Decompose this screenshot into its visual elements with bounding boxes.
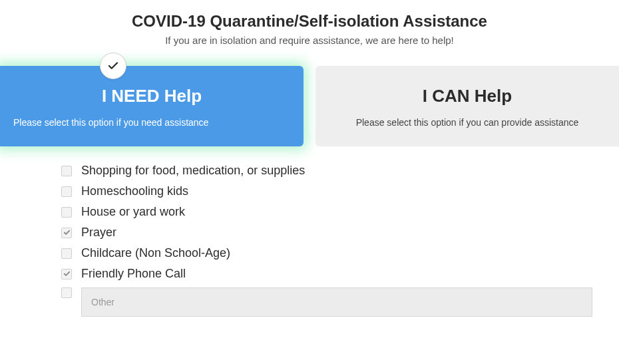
checkbox-label: Homeschooling kids: [81, 184, 188, 198]
list-item: Friendly Phone Call: [61, 267, 592, 281]
selected-badge: [100, 53, 126, 79]
list-item: Childcare (Non School-Age): [61, 246, 592, 260]
list-item: Prayer: [61, 226, 592, 240]
page-header: COVID-19 Quarantine/Self-isolation Assis…: [0, 0, 619, 54]
other-input[interactable]: [81, 287, 592, 317]
tab-need-desc: Please select this option if you need as…: [13, 117, 290, 128]
tab-can-desc: Please select this option if you can pro…: [329, 117, 606, 128]
checkbox-other[interactable]: [61, 287, 72, 298]
checkbox-prayer[interactable]: [61, 228, 72, 238]
list-item: Homeschooling kids: [61, 184, 592, 198]
list-item-other: [61, 287, 592, 317]
checkbox-homeschooling[interactable]: [61, 186, 72, 197]
check-icon: [107, 60, 119, 72]
checkbox-label: Friendly Phone Call: [81, 267, 186, 281]
list-item: House or yard work: [61, 205, 592, 219]
tab-need-help[interactable]: I NEED Help Please select this option if…: [0, 66, 304, 146]
checkbox-childcare[interactable]: [61, 248, 72, 259]
page-subtitle: If you are in isolation and require assi…: [0, 35, 619, 46]
checkbox-label: Childcare (Non School-Age): [81, 246, 230, 260]
tab-need-title: I NEED Help: [13, 86, 290, 106]
tab-can-title: I CAN Help: [329, 86, 606, 106]
checkbox-phonecall[interactable]: [61, 269, 72, 279]
tab-can-help[interactable]: I CAN Help Please select this option if …: [315, 66, 619, 146]
option-tabs: I NEED Help Please select this option if…: [0, 66, 619, 146]
checkbox-label: Prayer: [81, 226, 116, 240]
checkbox-label: House or yard work: [81, 205, 185, 219]
page-title: COVID-19 Quarantine/Self-isolation Assis…: [0, 12, 619, 31]
assistance-checklist: Shopping for food, medication, or suppli…: [0, 164, 619, 317]
checkbox-shopping[interactable]: [61, 166, 72, 176]
list-item: Shopping for food, medication, or suppli…: [61, 164, 592, 178]
checkbox-label: Shopping for food, medication, or suppli…: [81, 164, 305, 178]
checkbox-housework[interactable]: [61, 207, 72, 218]
